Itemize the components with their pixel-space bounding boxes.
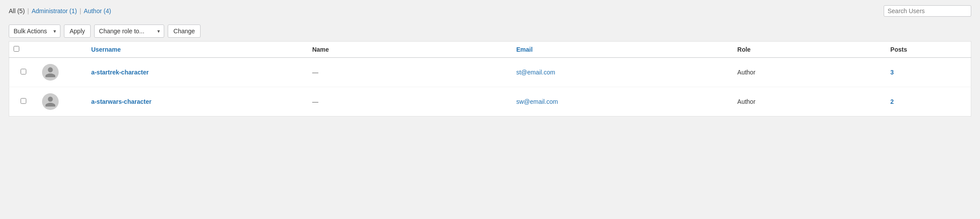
td-role: Author (733, 58, 886, 87)
filter-all-label: All (9, 7, 16, 14)
td-username: a-startrek-character (87, 58, 308, 87)
td-avatar (38, 87, 87, 117)
bulk-actions-select[interactable]: Bulk Actions Delete (9, 25, 60, 38)
filter-author[interactable]: Author (4) (84, 7, 111, 14)
email-sort-link[interactable]: Email (516, 46, 532, 53)
role-value: Author (737, 69, 755, 76)
td-posts: 2 (886, 87, 971, 117)
row-checkbox-0[interactable] (21, 69, 26, 74)
td-email: sw@email.com (512, 87, 733, 117)
change-role-select[interactable]: Change role to... Administrator Author E… (94, 25, 164, 38)
email-link[interactable]: st@email.com (516, 69, 555, 76)
posts-link[interactable]: 2 (890, 98, 894, 105)
td-username: a-starwars-character (87, 87, 308, 117)
select-all-checkbox[interactable] (14, 46, 19, 52)
row-checkbox-1[interactable] (21, 98, 26, 104)
avatar (42, 64, 59, 81)
th-email: Email (512, 42, 733, 58)
username-sort-link[interactable]: Username (91, 46, 121, 53)
separator-1: | (28, 7, 29, 14)
search-box (884, 5, 971, 17)
filter-all-count: (5) (17, 7, 25, 14)
th-username: Username (87, 42, 308, 58)
filter-bar: All (5) | Administrator (1) | Author (4) (9, 5, 971, 17)
filter-author-label: Author (84, 7, 102, 14)
name-value: — (312, 69, 318, 76)
th-role: Role (733, 42, 886, 58)
posts-link[interactable]: 3 (890, 69, 894, 76)
td-posts: 3 (886, 58, 971, 87)
table-row: a-startrek-character — st@email.com Auth… (9, 58, 971, 87)
search-input[interactable] (884, 5, 971, 17)
username-link[interactable]: a-startrek-character (91, 69, 149, 76)
td-name: — (308, 58, 512, 87)
td-role: Author (733, 87, 886, 117)
filter-administrator[interactable]: Administrator (1) (32, 7, 77, 14)
td-email: st@email.com (512, 58, 733, 87)
username-link[interactable]: a-starwars-character (91, 98, 152, 105)
email-link[interactable]: sw@email.com (516, 98, 558, 105)
separator-2: | (80, 7, 81, 14)
th-avatar (38, 42, 87, 58)
td-checkbox (9, 87, 38, 117)
table-row: a-starwars-character — sw@email.com Auth… (9, 87, 971, 117)
filter-links: All (5) | Administrator (1) | Author (4) (9, 7, 111, 14)
th-select-all (9, 42, 38, 58)
th-name: Name (308, 42, 512, 58)
change-button[interactable]: Change (168, 25, 201, 38)
filter-administrator-label: Administrator (32, 7, 67, 14)
td-name: — (308, 87, 512, 117)
toolbar: Bulk Actions Delete ▼ Apply Change role … (9, 21, 971, 41)
avatar (42, 93, 59, 110)
filter-administrator-count: (1) (70, 7, 77, 14)
table-header-row: Username Name Email Role Posts (9, 42, 971, 58)
users-table: Username Name Email Role Posts (9, 41, 971, 117)
td-checkbox (9, 58, 38, 87)
role-value: Author (737, 98, 755, 105)
filter-all[interactable]: All (5) (9, 7, 25, 14)
th-posts: Posts (886, 42, 971, 58)
bulk-actions-dropdown[interactable]: Bulk Actions Delete ▼ (9, 25, 60, 38)
change-role-dropdown[interactable]: Change role to... Administrator Author E… (94, 25, 164, 38)
td-avatar (38, 58, 87, 87)
apply-button[interactable]: Apply (64, 25, 91, 38)
filter-author-count: (4) (103, 7, 111, 14)
page-wrapper: All (5) | Administrator (1) | Author (4)… (0, 0, 980, 219)
name-value: — (312, 98, 318, 105)
